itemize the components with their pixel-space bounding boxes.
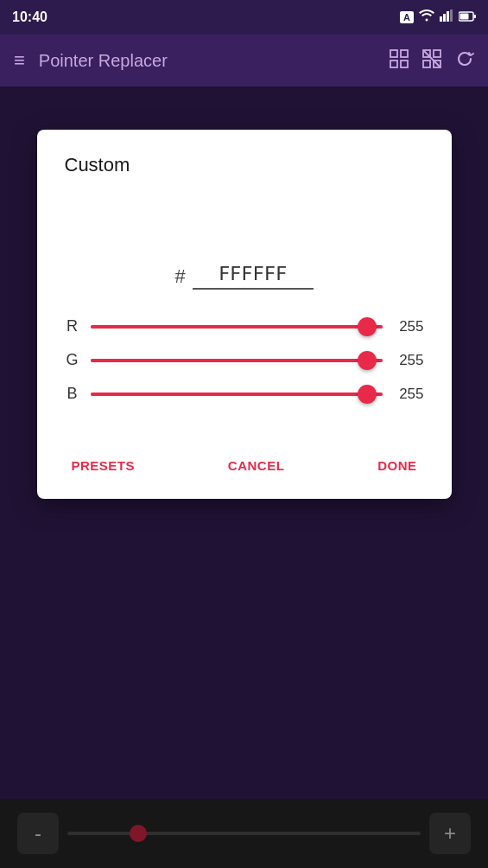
blue-slider-row: B 255	[65, 385, 424, 403]
signal-icon	[440, 10, 453, 25]
cancel-button[interactable]: CANCEL	[221, 450, 292, 482]
red-slider[interactable]	[91, 325, 383, 329]
svg-rect-2	[447, 11, 449, 22]
grid-icon[interactable]	[390, 49, 409, 73]
svg-rect-0	[440, 16, 442, 22]
hex-input[interactable]	[193, 263, 314, 290]
svg-rect-12	[434, 50, 440, 57]
app-title: Pointer Replacer	[39, 51, 376, 71]
done-button[interactable]: DONE	[371, 450, 423, 482]
keyboard-icon: A	[400, 11, 414, 23]
refresh-icon[interactable]	[455, 49, 474, 73]
green-label: G	[65, 351, 80, 369]
status-icons: A	[400, 10, 476, 25]
svg-rect-9	[390, 61, 397, 67]
grid-off-icon[interactable]	[422, 49, 441, 73]
presets-button[interactable]: PRESETS	[65, 450, 143, 482]
green-value: 255	[393, 352, 424, 369]
status-bar: 10:40 A	[0, 0, 488, 35]
red-value: 255	[393, 318, 424, 335]
green-slider[interactable]	[91, 359, 383, 362]
red-label: R	[65, 317, 80, 335]
dialog-title: Custom	[65, 154, 424, 176]
blue-slider[interactable]	[91, 393, 383, 396]
svg-rect-7	[390, 50, 397, 57]
svg-rect-6	[460, 14, 469, 20]
hex-input-row: #	[65, 263, 424, 290]
modal-overlay: Custom # R 255 G	[0, 86, 488, 868]
blue-value: 255	[393, 386, 424, 403]
status-time: 10:40	[12, 10, 48, 25]
dialog-actions: PRESETS CANCEL DONE	[37, 439, 452, 499]
color-picker-dialog: Custom # R 255 G	[37, 130, 452, 499]
battery-icon	[459, 10, 476, 25]
svg-rect-8	[401, 50, 408, 57]
svg-rect-13	[423, 61, 430, 67]
svg-rect-5	[474, 15, 477, 18]
main-content: Custom # R 255 G	[0, 86, 488, 868]
svg-rect-10	[401, 61, 408, 67]
svg-line-15	[424, 51, 440, 67]
app-bar: ≡ Pointer Replacer	[0, 35, 488, 86]
wifi-icon	[419, 10, 434, 25]
red-slider-row: R 255	[65, 317, 424, 335]
hex-hash: #	[174, 265, 185, 288]
svg-rect-3	[450, 10, 453, 22]
blue-label: B	[65, 385, 80, 403]
green-slider-row: G 255	[65, 351, 424, 369]
svg-rect-1	[443, 14, 446, 22]
menu-icon[interactable]: ≡	[14, 49, 25, 72]
